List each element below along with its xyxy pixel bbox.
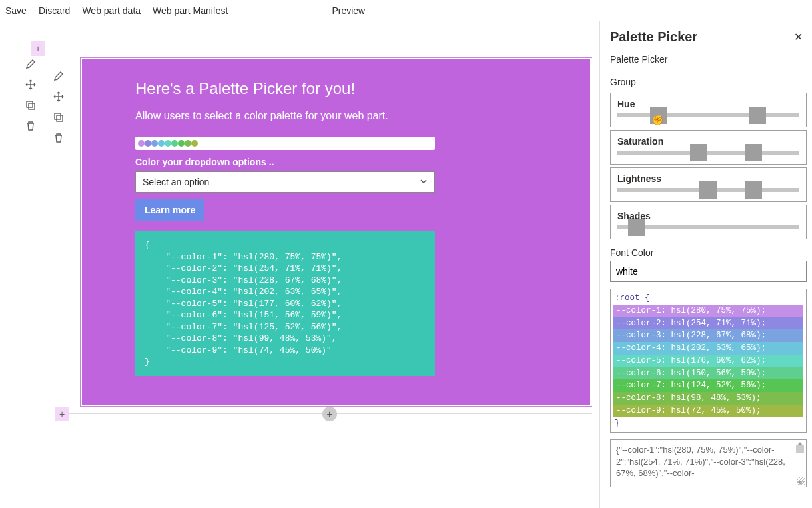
webpart-surface: Here's a Palette Picker for you! Allow u… (82, 59, 590, 405)
css-var-row: --color-1: hsl(280, 75%, 75%); (613, 305, 803, 317)
save-button[interactable]: Save (5, 5, 27, 16)
svg-rect-0 (27, 101, 33, 107)
close-icon[interactable]: ✕ (790, 31, 807, 43)
discard-button[interactable]: Discard (39, 5, 70, 16)
css-var-row: --color-5: hsl(176, 60%, 62%); (613, 355, 803, 367)
webpart-canvas: Here's a Palette Picker for you! Allow u… (80, 57, 592, 407)
swatch-bar[interactable] (135, 137, 435, 150)
scroll-thumb[interactable] (796, 445, 804, 453)
json-preview: { "--color-1": "hsl(280, 75%, 75%)", "--… (135, 231, 435, 376)
options-dropdown[interactable]: Select an option (135, 171, 435, 193)
svg-rect-1 (29, 103, 35, 109)
delete-icon[interactable] (53, 133, 64, 145)
webpart-data-button[interactable]: Web part data (82, 5, 141, 16)
shades-thumb[interactable] (628, 219, 645, 236)
webpart-subtitle: Allow users to select a color palette fo… (135, 110, 537, 122)
chevron-down-icon (420, 177, 428, 187)
edit-icon[interactable] (53, 71, 64, 83)
saturation-label: Saturation (617, 136, 799, 147)
hue-slider-box: Hue ✊ (610, 93, 807, 127)
css-root-preview: :root { --color-1: hsl(280, 75%, 75%);--… (610, 289, 807, 433)
css-var-row: --color-6: hsl(150, 56%, 59%); (613, 367, 803, 380)
swatch-dot[interactable] (178, 140, 185, 147)
webpart-manifest-button[interactable]: Web part Manifest (153, 5, 228, 16)
section-toolbar (25, 59, 36, 133)
swatch-dot[interactable] (151, 140, 158, 147)
panel-title: Palette Picker (610, 29, 697, 45)
hue-track[interactable]: ✊ (617, 113, 799, 117)
font-color-input[interactable] (610, 261, 807, 282)
group-label: Group (610, 77, 807, 87)
delete-icon[interactable] (25, 121, 36, 133)
css-var-row: --color-7: hsl(124, 52%, 56%); (613, 379, 803, 392)
add-webpart-button[interactable]: + (322, 407, 337, 421)
css-var-row: --color-8: hsl(98, 48%, 53%); (613, 392, 803, 405)
saturation-thumb-high[interactable] (745, 144, 762, 161)
lightness-slider-box: Lightness (610, 167, 807, 202)
webpart-heading: Here's a Palette Picker for you! (135, 79, 537, 98)
hue-thumb-low[interactable] (650, 107, 667, 124)
root-open: :root { (613, 292, 803, 305)
edit-icon[interactable] (25, 59, 36, 71)
swatch-dot[interactable] (158, 140, 165, 147)
swatch-dot[interactable] (171, 140, 178, 147)
resize-grip-icon[interactable] (797, 477, 805, 485)
add-section-top-button[interactable]: + (31, 41, 45, 56)
canvas-area: + Here's a Palette Picker for you! Allow… (0, 21, 599, 508)
hue-label: Hue (617, 99, 799, 109)
shades-track[interactable] (617, 225, 799, 229)
saturation-thumb-low[interactable] (690, 144, 707, 161)
hue-thumb-high[interactable] (749, 107, 766, 124)
swatch-dot[interactable] (138, 140, 145, 147)
preview-button[interactable]: Preview (332, 5, 365, 16)
lightness-thumb-high[interactable] (745, 181, 762, 199)
add-section-bottom-button[interactable]: + (55, 407, 69, 421)
move-icon[interactable] (25, 79, 36, 92)
swatch-dot[interactable] (145, 140, 151, 147)
font-color-label: Font Color (610, 247, 807, 258)
saturation-track[interactable] (617, 151, 799, 155)
dropdown-label: Color your dropdown options .. (135, 157, 537, 167)
duplicate-icon[interactable] (53, 112, 64, 125)
css-var-row: --color-3: hsl(228, 67%, 68%); (613, 329, 803, 342)
panel-subtitle: Palette Picker (610, 54, 807, 65)
duplicate-icon[interactable] (25, 100, 36, 113)
lightness-track[interactable] (617, 188, 799, 192)
svg-rect-2 (55, 113, 61, 119)
css-var-row: --color-9: hsl(72, 45%, 50%); (613, 405, 803, 417)
svg-rect-3 (57, 115, 63, 121)
top-toolbar: Save Discard Web part data Web part Mani… (0, 0, 812, 21)
lightness-thumb-low[interactable] (699, 181, 717, 199)
shades-slider-box: Shades (610, 205, 807, 239)
move-icon[interactable] (53, 91, 64, 104)
root-close: } (613, 417, 803, 430)
property-panel: Palette Picker ✕ Palette Picker Group Hu… (599, 21, 812, 508)
css-var-row: --color-4: hsl(202, 63%, 65%); (613, 342, 803, 355)
swatch-dot[interactable] (165, 140, 171, 147)
webpart-toolbar (53, 71, 64, 145)
json-output-textarea[interactable]: {"--color-1":"hsl(280, 75%, 75%)","--col… (610, 439, 807, 487)
json-output-text: {"--color-1":"hsl(280, 75%, 75%)","--col… (616, 445, 785, 478)
add-section-bar: + + (67, 413, 592, 414)
learn-more-button[interactable]: Learn more (135, 199, 204, 221)
dropdown-value: Select an option (143, 177, 209, 187)
swatch-dot[interactable] (185, 140, 191, 147)
swatch-dot[interactable] (191, 140, 198, 147)
saturation-slider-box: Saturation (610, 130, 807, 165)
css-var-row: --color-2: hsl(254, 71%, 71%); (613, 317, 803, 330)
